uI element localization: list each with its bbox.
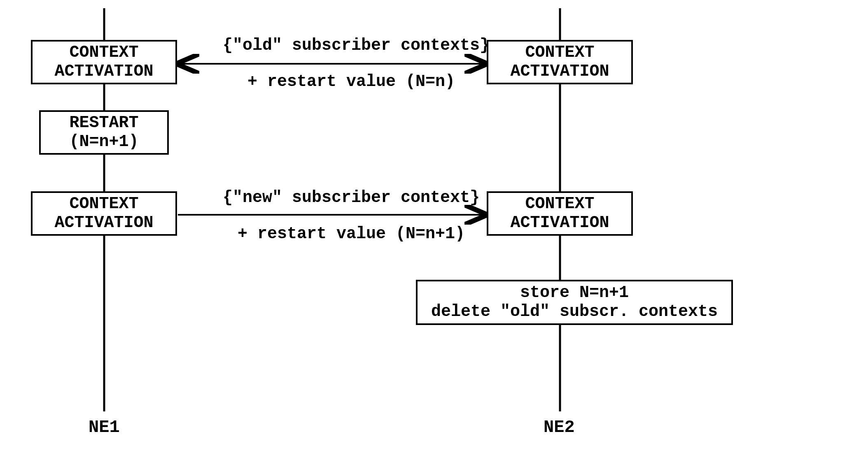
sequence-diagram: CONTEXT ACTIVATION CONTEXT ACTIVATION RE…: [0, 0, 868, 476]
message-label-1: {"old" subscriber contexts} + restart va…: [183, 19, 480, 109]
msg-line: {"new" subscriber context}: [223, 188, 480, 207]
box-line: CONTEXT: [525, 43, 594, 62]
box-line: RESTART: [69, 114, 138, 132]
box-ne1-context-activation-1: CONTEXT ACTIVATION: [31, 40, 177, 84]
box-line: ACTIVATION: [510, 62, 609, 81]
box-line: ACTIVATION: [510, 214, 609, 232]
msg-line: + restart value (N=n): [247, 72, 455, 91]
box-line: CONTEXT: [525, 195, 594, 214]
box-ne2-context-activation-2: CONTEXT ACTIVATION: [487, 191, 633, 236]
lifeline-label-ne1: NE1: [89, 418, 120, 437]
box-restart: RESTART (N=n+1): [39, 110, 169, 155]
box-line: store N=n+1: [520, 283, 629, 302]
box-line: CONTEXT: [69, 195, 138, 214]
box-line: ACTIVATION: [54, 62, 153, 81]
lifeline-label-ne2: NE2: [544, 418, 575, 437]
box-ne1-context-activation-2: CONTEXT ACTIVATION: [31, 191, 177, 236]
box-line: delete "old" subscr. contexts: [431, 302, 718, 321]
box-line: CONTEXT: [69, 43, 138, 62]
message-label-2: {"new" subscriber context} + restart val…: [183, 171, 480, 261]
box-line: (N=n+1): [69, 132, 138, 151]
box-store-delete: store N=n+1 delete "old" subscr. context…: [416, 280, 733, 325]
msg-line: + restart value (N=n+1): [238, 225, 465, 243]
box-line: ACTIVATION: [54, 214, 153, 232]
msg-line: {"old" subscriber contexts}: [223, 36, 490, 55]
box-ne2-context-activation-1: CONTEXT ACTIVATION: [487, 40, 633, 84]
